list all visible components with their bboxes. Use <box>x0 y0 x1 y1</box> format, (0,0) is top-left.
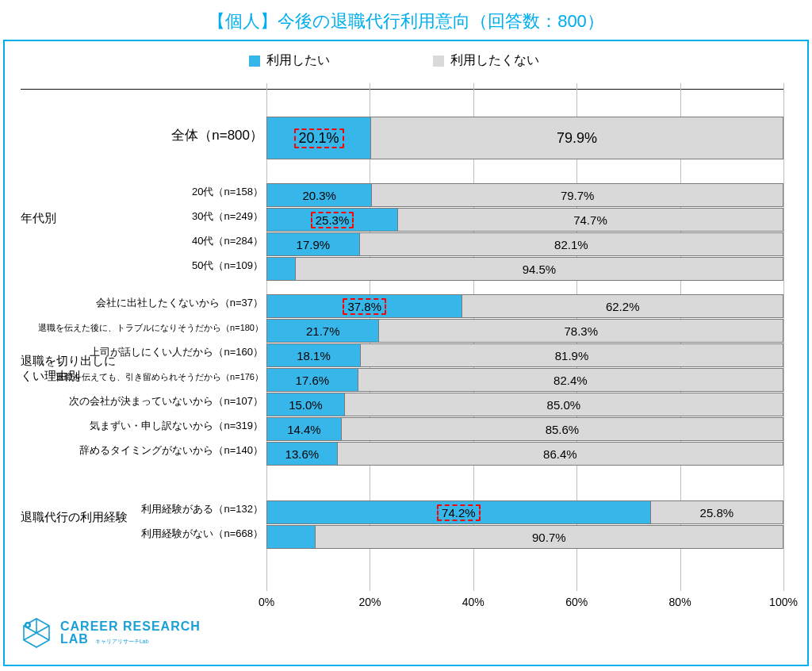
val-yes: 20.1% <box>294 128 344 148</box>
bar-e1: 9.3%90.7% <box>266 525 783 549</box>
seg-no: 25.8% <box>650 500 783 524</box>
legend: 利用したい 利用したくない <box>5 52 783 69</box>
plot-area: 0% 20% 40% 60% 80% 100% 20.1%79.9% 20.3%… <box>266 83 783 591</box>
val-yes: 25.3% <box>311 212 354 228</box>
bar-d2: 18.1%81.9% <box>266 343 783 367</box>
val-no: 85.0% <box>547 398 581 412</box>
val-no: 79.7% <box>561 189 595 202</box>
val-yes: 14.4% <box>287 423 321 436</box>
seg-no: 94.5% <box>295 257 783 281</box>
ylabel-d5: 気まずい・申し訳ないから（n=319） <box>10 419 263 433</box>
bar-g1: 25.3%74.7% <box>266 208 783 232</box>
bar-g2: 17.9%82.1% <box>266 232 783 256</box>
val-yes: 74.2% <box>437 504 481 521</box>
seg-yes: 17.6% <box>266 368 358 392</box>
seg-no: 85.0% <box>344 393 783 416</box>
seg-yes: 21.7% <box>266 319 378 343</box>
seg-yes: 25.3% <box>266 208 397 232</box>
val-no: 81.9% <box>555 349 589 362</box>
ylabel-d0: 会社に出社したくないから（n=37） <box>10 296 263 310</box>
val-yes: 18.1% <box>297 349 331 362</box>
seg-yes: 14.4% <box>266 417 341 441</box>
brand-logo: CAREER RESEARCH LAB キャリアリサーチLab <box>19 615 201 650</box>
bar-d5: 14.4%85.6% <box>266 417 783 441</box>
seg-no: 81.9% <box>360 343 783 367</box>
val-yes: 37.8% <box>343 298 386 315</box>
bar-d6: 13.6%86.4% <box>266 442 783 466</box>
seg-no: 78.3% <box>378 319 783 343</box>
legend-yes: 利用したい <box>249 52 330 69</box>
seg-no: 82.4% <box>358 368 783 392</box>
ylabel-e1: 利用経験がない（n=668） <box>10 527 263 541</box>
legend-no-label: 利用したくない <box>450 52 539 69</box>
tick-0: 0% <box>259 596 274 608</box>
val-no: 25.8% <box>700 506 734 520</box>
legend-swatch-grey <box>433 56 444 67</box>
chart-frame: 利用したい 利用したくない 全体（n=800） 年代別 20代（n=158） 3… <box>3 40 809 666</box>
val-no: 90.7% <box>532 531 566 544</box>
ylabel-d4: 次の会社が決まっていないから（n=107） <box>10 394 263 408</box>
tick-20: 20% <box>358 596 381 608</box>
val-no: 62.2% <box>606 300 640 313</box>
val-no: 94.5% <box>523 263 557 276</box>
seg-yes: 37.8% <box>266 294 462 318</box>
val-yes: 20.3% <box>302 189 336 202</box>
seg-no: 90.7% <box>315 525 783 549</box>
bar-d1: 21.7%78.3% <box>266 319 783 343</box>
seg-no: 62.2% <box>462 294 783 318</box>
val-no: 78.3% <box>564 324 598 338</box>
tick-80: 80% <box>669 596 691 608</box>
ylabel-d3: 退職を伝えても、引き留められそうだから（n=176） <box>10 371 263 383</box>
seg-no: 85.6% <box>341 417 783 441</box>
ylabel-d6: 辞めるタイミングがないから（n=140） <box>10 443 263 458</box>
ylabel-e0: 利用経験がある（n=132） <box>10 502 263 516</box>
seg-yes: 13.6% <box>266 442 337 466</box>
bar-d3: 17.6%82.4% <box>266 368 783 392</box>
seg-yes: 17.9% <box>266 232 359 256</box>
val-yes: 13.6% <box>285 447 320 461</box>
logo-line2: LAB <box>60 633 89 646</box>
ylabel-g3: 50代（n=109） <box>10 259 263 273</box>
tick-40: 40% <box>462 596 485 608</box>
bar-all: 20.1%79.9% <box>266 117 783 159</box>
bar-g3: 5.5%94.5% <box>266 257 783 281</box>
tick-100: 100% <box>769 596 798 608</box>
legend-no: 利用したくない <box>433 52 539 69</box>
logo-line1: CAREER RESEARCH <box>60 619 201 633</box>
ylabel-g0: 20代（n=158） <box>10 185 263 199</box>
val-no: 82.4% <box>553 374 588 387</box>
val-yes: 15.0% <box>289 398 323 412</box>
val-yes: 17.6% <box>296 374 330 387</box>
val-no: 79.9% <box>557 130 597 147</box>
seg-no: 74.7% <box>397 208 783 232</box>
tick-60: 60% <box>565 596 588 608</box>
seg-no: 79.9% <box>370 117 783 159</box>
bar-g0: 20.3%79.7% <box>266 183 783 207</box>
val-no: 85.6% <box>546 423 580 436</box>
seg-yes: 20.3% <box>266 183 371 207</box>
seg-no: 79.7% <box>371 183 783 207</box>
bar-d4: 15.0%85.0% <box>266 393 783 416</box>
ylabel-d2: 上司が話しにくい人だから（n=160） <box>10 345 263 359</box>
ylabel-g1: 30代（n=249） <box>10 209 263 224</box>
bar-d0: 37.8%62.2% <box>266 294 783 318</box>
seg-yes: 20.1% <box>266 117 370 159</box>
bar-e0: 74.2%25.8% <box>266 500 783 524</box>
logo-sub: キャリアリサーチLab <box>95 637 149 644</box>
seg-yes: 18.1% <box>266 343 360 367</box>
val-yes: 21.7% <box>306 324 340 338</box>
ylabel-d1: 退職を伝えた後に、トラブルになりそうだから（n=180） <box>10 322 263 334</box>
seg-yes: 5.5% <box>266 257 295 281</box>
seg-no: 86.4% <box>337 442 783 466</box>
ylabel-g2: 40代（n=284） <box>10 234 263 248</box>
logo-cube-icon <box>19 615 54 650</box>
val-no: 82.1% <box>554 238 588 251</box>
seg-yes: 74.2% <box>266 500 650 524</box>
seg-no: 82.1% <box>359 232 783 256</box>
seg-yes: 9.3% <box>266 525 315 549</box>
chart-title: 【個人】今後の退職代行利用意向（回答数：800） <box>0 0 812 40</box>
legend-swatch-blue <box>249 56 260 67</box>
seg-yes: 15.0% <box>266 393 344 416</box>
ylabel-all: 全体（n=800） <box>10 126 263 144</box>
val-no: 86.4% <box>543 447 577 461</box>
